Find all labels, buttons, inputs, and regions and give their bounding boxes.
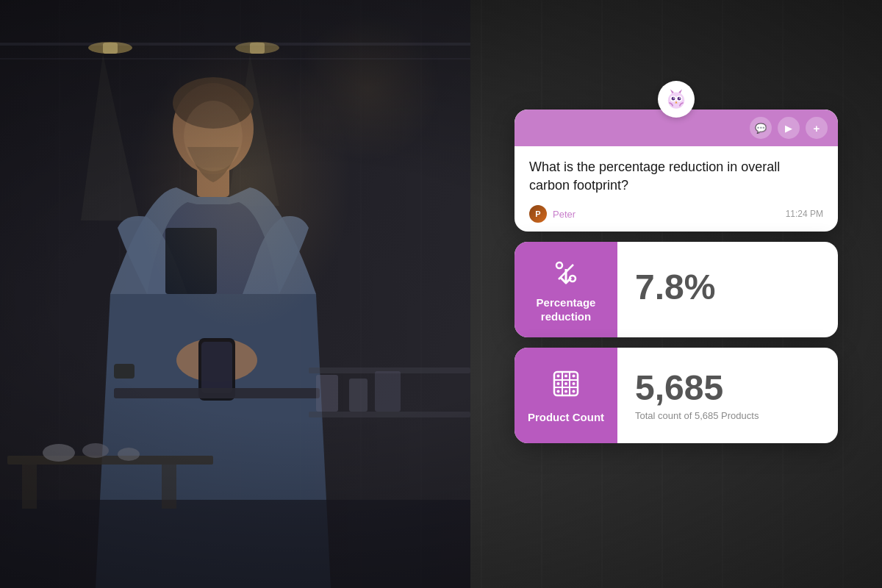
chat-card: 💬 ▶ + What is the percentage reduction i… [514,110,838,232]
svg-rect-13 [198,338,235,401]
add-icon: + [814,122,820,135]
chat-card-body: What is the percentage reduction in over… [514,146,838,232]
user-name: Peter [553,209,576,220]
ui-cards-container: 💬 ▶ + What is the percentage reduction i… [514,103,838,443]
percentage-reduction-icon [550,256,582,288]
svg-point-29 [82,443,109,458]
abacus-icon [550,368,582,400]
svg-point-39 [679,98,681,99]
percentage-reduction-label: Percentage reduction [523,295,609,324]
percentage-reduction-value-col: 7.8% [617,242,838,337]
svg-point-3 [88,42,132,54]
chat-meta: P Peter 11:24 PM [529,205,823,223]
svg-point-57 [564,390,567,392]
message-icon: 💬 [755,123,767,134]
svg-point-58 [573,390,576,392]
chat-user: P Peter [529,205,576,223]
product-count-value: 5,685 [635,370,820,406]
product-count-icon [550,368,582,403]
svg-point-53 [557,382,560,385]
svg-rect-27 [162,465,176,509]
product-count-card: Product Count 5,685 Total count of 5,685… [514,348,838,443]
svg-rect-14 [201,342,232,393]
chat-question: What is the percentage reduction in over… [529,158,823,195]
svg-point-54 [564,382,567,385]
pct-arrow-icon [550,256,582,288]
user-avatar: P [529,205,547,223]
message-icon-button[interactable]: 💬 [750,117,772,139]
svg-point-38 [673,98,675,99]
play-icon: ▶ [785,123,792,134]
ambient-light-2 [294,15,441,162]
message-timestamp: 11:24 PM [786,209,823,219]
svg-point-12 [176,338,257,382]
svg-point-51 [564,374,567,377]
svg-rect-4 [103,43,118,54]
product-count-value-col: 5,685 Total count of 5,685 Products [617,348,838,443]
svg-marker-7 [81,54,140,220]
percentage-reduction-value: 7.8% [635,270,820,305]
avatar-initials: P [535,209,540,218]
svg-point-41 [556,262,562,268]
product-count-label: Product Count [528,410,604,425]
svg-point-55 [573,382,576,385]
svg-rect-22 [349,379,368,412]
app-logo [658,81,695,118]
svg-point-50 [557,374,560,377]
svg-rect-20 [309,412,470,417]
svg-point-28 [43,444,75,462]
svg-rect-25 [7,456,213,465]
percentage-reduction-label-col: Percentage reduction [514,242,617,337]
svg-point-36 [672,97,675,101]
svg-point-52 [573,374,576,377]
svg-point-30 [118,448,140,461]
svg-rect-23 [375,371,401,412]
product-count-label-col: Product Count [514,348,617,443]
svg-point-31 [668,92,684,108]
svg-point-56 [557,390,560,392]
play-icon-button[interactable]: ▶ [778,117,800,139]
svg-rect-24 [0,500,470,588]
svg-rect-16 [114,388,320,398]
svg-rect-19 [309,368,470,373]
product-count-description: Total count of 5,685 Products [635,410,820,421]
svg-point-37 [678,97,681,101]
svg-rect-15 [114,364,135,379]
add-icon-button[interactable]: + [806,117,828,139]
svg-rect-21 [316,375,338,412]
owl-icon [664,87,688,111]
percentage-reduction-card: Percentage reduction 7.8% [514,242,838,337]
svg-rect-26 [22,465,37,509]
